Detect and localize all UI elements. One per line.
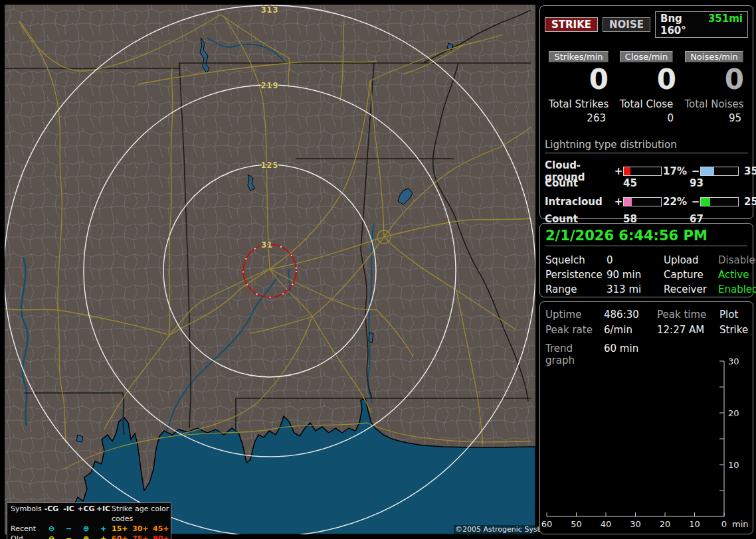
status-panel: 2/1/2026 6:44:56 PM Squelch 0 Upload Dis…	[539, 223, 753, 297]
legend-age-header: Strike age color codes	[112, 504, 173, 524]
svg-text:40: 40	[601, 519, 612, 529]
cg-negative-count: 93	[690, 177, 748, 189]
ring-label-219: 219	[261, 80, 278, 90]
total-noises-value: 95	[729, 112, 748, 124]
pos-ic-old-icon: +	[95, 534, 112, 539]
legend-symbols-header: Symbols	[11, 504, 43, 524]
intracloud-row: Intracloud + 22% − 25%	[545, 195, 748, 208]
trend-panel: Uptime 486:30 Peak time Plot Peak rate 6…	[539, 301, 753, 534]
neg-cg-old-icon: ⊖	[43, 534, 60, 539]
total-noises-label: Total Noises	[684, 98, 743, 110]
capture-status: Active	[718, 269, 756, 281]
svg-text:0: 0	[721, 519, 727, 529]
trend-graph: 1020306050403020100min	[540, 302, 753, 534]
neg-cg-recent-icon: ⊖	[43, 524, 60, 534]
svg-text:60: 60	[541, 519, 553, 529]
neg-ic-old-icon: −	[60, 534, 77, 539]
strike-symbol-legend: Symbols -CG -IC +CG +IC Strike age color…	[7, 502, 171, 539]
range-value: 313 mi	[607, 283, 664, 295]
persistence-label: Persistence	[545, 269, 607, 281]
map-canvas: 313 219 125 31	[5, 5, 535, 534]
cg-negative-bar	[700, 167, 739, 176]
ring-label-31: 31	[261, 240, 273, 250]
age-code-45: 45+	[153, 524, 173, 534]
legend-col-pos-cg: +CG	[77, 504, 95, 524]
svg-text:30: 30	[630, 519, 641, 529]
cg-positive-bar-fill	[624, 167, 630, 175]
squelch-value: 0	[607, 254, 664, 266]
strike-mode-button[interactable]: STRIKE	[545, 17, 598, 32]
svg-text:20: 20	[660, 519, 671, 529]
ring-label-313: 313	[261, 5, 278, 15]
cg-negative-bar-fill	[701, 167, 714, 175]
cg-negative-pct: 35%	[739, 165, 756, 177]
ic-negative-bar	[700, 197, 739, 206]
distribution-title: Lightning type distribution	[545, 139, 748, 153]
close-column: Close/min 0 Total Close 0	[613, 51, 680, 124]
squelch-label: Squelch	[545, 254, 607, 266]
cloud-ground-count-row: Count 45 93	[545, 177, 748, 189]
ic-positive-bar-fill	[624, 198, 632, 206]
svg-text:20: 20	[728, 408, 739, 418]
strikes-rate-value: 0	[589, 64, 613, 96]
bearing-value: Bng 160°	[660, 13, 699, 37]
bearing-readout: Bng 160° 351mi	[655, 11, 748, 38]
pos-cg-old-icon: ⊕	[77, 534, 95, 539]
divider	[545, 246, 747, 246]
minus-sign: −	[691, 196, 700, 208]
nexstorm-app-window: 313 219 125 31 Symbols -CG -IC +CG +IC S…	[0, 0, 756, 539]
total-strikes-value: 263	[587, 112, 613, 124]
close-per-min-button[interactable]: Close/min	[620, 51, 673, 62]
age-code-90: 90+	[153, 534, 173, 539]
total-close-value: 0	[667, 112, 680, 124]
noise-mode-button[interactable]: NOISE	[603, 17, 650, 32]
capture-label: Capture	[664, 269, 718, 281]
receiver-label: Receiver	[664, 283, 718, 295]
ic-positive-pct: 22%	[662, 196, 691, 208]
intracloud-label: Intracloud	[545, 196, 614, 208]
legend-col-pos-ic: +IC	[95, 504, 112, 524]
cg-positive-bar	[623, 167, 662, 176]
svg-text:min: min	[732, 519, 749, 529]
minus-sign: −	[691, 165, 700, 177]
cg-positive-pct: 17%	[662, 165, 691, 177]
plus-sign: +	[614, 196, 623, 208]
total-close-label: Total Close	[620, 98, 674, 110]
age-code-15: 15+	[112, 524, 132, 534]
svg-text:10: 10	[689, 519, 700, 529]
receiver-status: Enabled	[718, 283, 756, 295]
strikes-per-min-button[interactable]: Strikes/min	[549, 51, 608, 62]
noises-rate-value: 0	[725, 64, 748, 96]
pos-ic-recent-icon: +	[95, 524, 112, 534]
ring-label-125: 125	[261, 160, 278, 170]
bearing-range-value: 351mi	[708, 13, 743, 37]
cg-positive-count: 45	[623, 177, 690, 189]
legend-old-label: Old	[11, 534, 43, 539]
legend-col-neg-ic: -IC	[60, 504, 77, 524]
range-label: Range	[545, 283, 607, 295]
svg-text:10: 10	[728, 460, 739, 470]
svg-text:30: 30	[728, 356, 739, 366]
neg-ic-recent-icon: −	[60, 524, 77, 534]
age-code-30: 30+	[132, 524, 153, 534]
datetime-display: 2/1/2026 6:44:56 PM	[545, 228, 747, 244]
close-rate-value: 0	[657, 64, 680, 96]
cloud-ground-row: Cloud-ground + 17% − 35%	[545, 159, 748, 173]
ic-negative-bar-fill	[701, 198, 710, 206]
plus-sign: +	[614, 165, 623, 177]
age-code-75: 75+	[132, 534, 153, 539]
lightning-map[interactable]: 313 219 125 31 Symbols -CG -IC +CG +IC S…	[5, 5, 535, 534]
legend-col-neg-cg: -CG	[43, 504, 60, 524]
noises-per-min-button[interactable]: Noises/min	[685, 51, 743, 62]
svg-text:50: 50	[571, 519, 582, 529]
ic-negative-pct: 25%	[739, 196, 756, 208]
legend-recent-label: Recent	[11, 524, 43, 534]
upload-status: Disabled	[718, 254, 756, 266]
pos-cg-recent-icon: ⊕	[77, 524, 95, 534]
strikes-column: Strikes/min 0 Total Strikes 263	[545, 51, 613, 124]
ic-positive-bar	[623, 197, 662, 206]
noises-column: Noises/min 0 Total Noises 95	[680, 51, 748, 124]
count-label: Count	[545, 177, 623, 189]
persistence-value: 90 min	[607, 269, 664, 281]
upload-label: Upload	[664, 254, 718, 266]
